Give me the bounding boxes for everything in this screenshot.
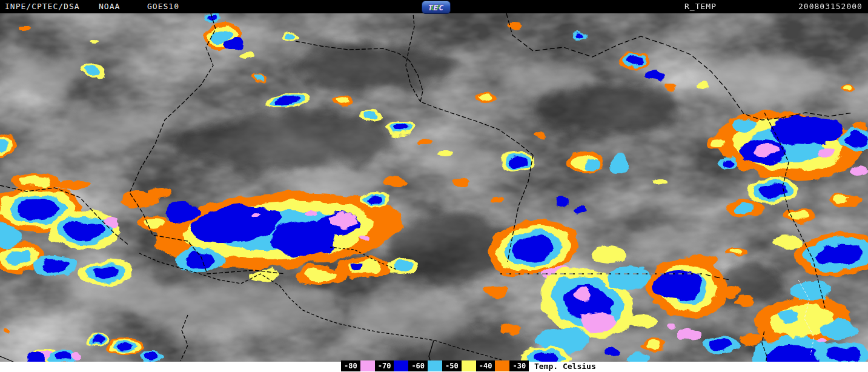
storm-cell <box>840 84 856 92</box>
satellite-label: GOES10 <box>147 0 179 13</box>
storm-layer <box>84 65 101 74</box>
storm-layer <box>591 245 627 264</box>
goes-satellite-product: INPE/CPTEC/DSA NOAA GOES10 CPTEC R_TEMP … <box>0 0 868 372</box>
storm-layer <box>92 266 121 280</box>
storm-layer <box>556 198 568 205</box>
storm-layer <box>73 353 82 359</box>
storm-cell <box>703 337 739 354</box>
storm-layer <box>364 113 378 121</box>
bright-patch <box>497 64 594 94</box>
storm-layer <box>580 311 617 333</box>
storm-cell <box>818 148 835 158</box>
storm-cell <box>73 353 82 359</box>
bright-patch <box>697 51 818 106</box>
storm-cell <box>574 205 586 213</box>
storm-layer <box>739 333 763 345</box>
storm-cell <box>33 256 76 277</box>
storm-cell <box>769 115 842 145</box>
storm-layer <box>4 331 11 336</box>
storm-layer <box>818 338 826 343</box>
storm-layer <box>663 83 675 89</box>
bright-patch <box>55 106 164 148</box>
storm-cell <box>591 245 627 264</box>
storm-cell <box>627 314 657 328</box>
temperature-legend: -80-70-60-50-40-30 <box>341 360 529 371</box>
storm-layer <box>143 354 160 362</box>
bright-patch <box>424 142 497 173</box>
storm-cell <box>224 39 243 51</box>
storm-layer <box>104 218 121 228</box>
storm-layer <box>775 310 800 322</box>
storm-layer <box>853 124 867 131</box>
storm-layer <box>91 336 103 342</box>
storm-layer <box>533 133 545 139</box>
storm-layer <box>489 196 504 204</box>
storm-cell <box>474 93 495 104</box>
storm-cell <box>725 247 747 256</box>
storm-cell <box>417 139 431 146</box>
storm-layer <box>508 22 522 29</box>
storm-layer <box>790 210 809 219</box>
storm-layer <box>256 76 265 82</box>
storm-cell <box>572 288 591 300</box>
storm-cell <box>282 33 299 42</box>
storm-cell <box>847 198 861 205</box>
storm-layer <box>709 340 732 351</box>
datetime-label: 200803152000 <box>798 0 863 13</box>
storm-layer <box>676 328 703 340</box>
storm-cell <box>739 333 763 345</box>
storm-layer <box>417 139 431 146</box>
storm-layer <box>772 235 803 250</box>
storm-layer <box>719 285 741 296</box>
storm-cell <box>772 235 803 250</box>
storm-layer <box>121 192 157 208</box>
storm-layer <box>847 198 861 205</box>
storm-cell <box>336 257 391 279</box>
storm-cell <box>349 262 363 271</box>
storm-layer <box>349 262 363 271</box>
storm-layer <box>452 178 469 186</box>
legend-label: -60 <box>408 360 428 371</box>
bright-patch <box>6 55 91 91</box>
storm-layer <box>603 348 620 357</box>
storm-cell <box>241 52 253 59</box>
storm-cell <box>489 196 504 204</box>
storm-cell <box>533 133 545 139</box>
storm-layer <box>241 52 253 59</box>
storm-layer <box>251 211 261 216</box>
storm-layer <box>485 285 509 297</box>
storm-layer <box>89 40 99 45</box>
storm-cell <box>362 235 371 241</box>
storm-cell <box>784 208 815 222</box>
storm-layer <box>627 314 657 328</box>
legend-swatch <box>360 360 375 371</box>
storm-layer <box>758 184 787 198</box>
storm-layer <box>729 248 743 254</box>
storm-layer <box>585 160 600 170</box>
storm-cell <box>360 193 391 207</box>
storm-cell <box>609 265 651 292</box>
storm-cell <box>573 32 588 41</box>
legend-swatch <box>495 360 509 371</box>
storm-cell <box>719 285 741 296</box>
storm-cell <box>485 285 509 297</box>
storm-cell <box>556 198 568 205</box>
storm-layer <box>572 288 591 300</box>
legend-swatch <box>462 360 476 371</box>
storm-layer <box>709 138 726 147</box>
storm-cell <box>775 310 800 322</box>
storm-layer <box>436 148 452 157</box>
storm-cell <box>648 70 667 81</box>
storm-layer <box>666 322 676 328</box>
storm-layer <box>575 34 585 39</box>
agency-label: INPE/CPTEC/DSA <box>5 0 80 13</box>
storm-layer <box>393 262 412 271</box>
storm-cell <box>500 325 518 335</box>
storm-layer <box>824 347 860 362</box>
storm-cell <box>251 211 261 216</box>
legend-label: -80 <box>341 360 360 371</box>
satellite-map <box>0 0 868 372</box>
storm-layer <box>16 199 58 220</box>
bright-patch <box>624 227 709 257</box>
storm-layer <box>627 56 643 65</box>
